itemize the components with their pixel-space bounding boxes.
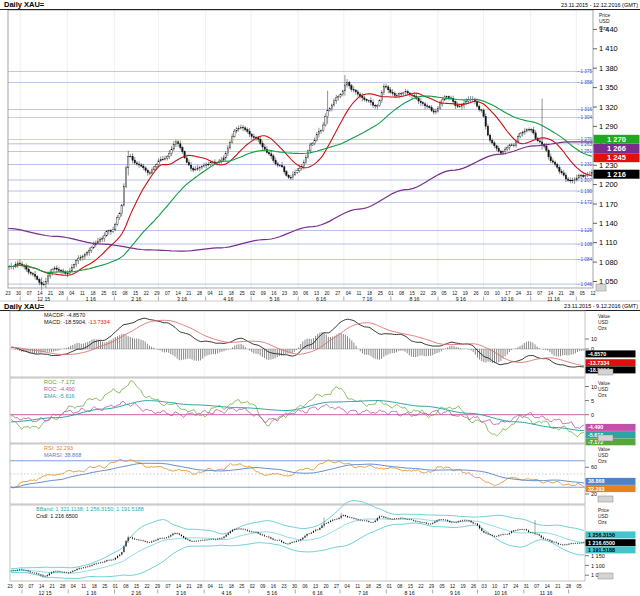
axis-day-label: 28 — [566, 584, 572, 589]
axis-day-label: 18 — [92, 584, 98, 589]
axis-day-label: 08 — [122, 291, 128, 296]
main-chart-plot[interactable] — [8, 10, 593, 288]
axis-day-label: 09 — [260, 584, 266, 589]
macd-label: MACD: -18.5904, -13.7334 — [44, 320, 110, 326]
axis-month-label: 5 16 — [267, 590, 277, 596]
level-label: - 1 263 — [578, 142, 593, 147]
axis-day-label: 21 — [186, 291, 192, 296]
rsi-ma-label: MARSI: 38.868 — [44, 453, 81, 459]
axis-unit-label: Value — [598, 314, 610, 319]
indicator-panel-plot[interactable] — [10, 505, 585, 581]
indicator-value-label: 32.293 — [588, 486, 605, 492]
axis-day-label: 04 — [346, 291, 352, 296]
axis-day-label: 29 — [155, 584, 161, 589]
chart2-title[interactable]: Daily XAU= — [4, 303, 44, 311]
axis-day-label: 28 — [197, 584, 203, 589]
axis-month-label: 7 16 — [362, 296, 372, 302]
axis-month-label: 2 16 — [131, 296, 141, 302]
axis-day-label: 13 — [313, 584, 319, 589]
price-badge-label: 1 245 — [607, 153, 626, 162]
indicator-panel-plot[interactable] — [10, 378, 585, 443]
price-tick-label: 1 170 — [599, 200, 618, 209]
indicator-tick-label: 0 — [591, 412, 594, 418]
axis-day-label: 25 — [239, 291, 245, 296]
chart1-date-range: 23.11.2015 - 12.12.2016 (GMT) — [561, 3, 638, 9]
axis-unit-label: Price — [598, 508, 609, 513]
axis-month-label: 1 16 — [86, 590, 96, 596]
axis-day-label: 30 — [292, 584, 298, 589]
axis-date-box[interactable] — [598, 573, 613, 579]
axis-date-box[interactable] — [598, 369, 613, 375]
level-label: - 1 316 — [578, 107, 593, 112]
axis-day-label: 05 — [580, 291, 586, 296]
level-label: - 1 375 — [578, 69, 593, 74]
axis-day-label: 10 — [495, 291, 501, 296]
axis-day-label: 25 — [239, 584, 245, 589]
axis-date-box[interactable] — [598, 496, 613, 502]
axis-day-label: 16 — [271, 584, 277, 589]
axis-day-label: 07 — [537, 291, 543, 296]
indicator-value-label: -13.7334 — [588, 360, 609, 366]
axis-day-label: 21 — [555, 584, 561, 589]
axis-day-label: 26 — [471, 584, 477, 589]
level-label: - 1 108 — [578, 242, 593, 247]
price-tick-label: 1 380 — [599, 64, 618, 73]
axis-day-label: 18 — [366, 584, 372, 589]
bband-label: BBand: 1 321.1138; 1 256.3150; 1 191.518… — [36, 507, 144, 513]
level-label: - 1 251 — [578, 149, 593, 154]
axis-day-label: 17 — [503, 584, 509, 589]
level-label: - 1 046 — [578, 282, 593, 287]
axis-day-label: 28 — [569, 291, 575, 296]
level-label: - 1 358 — [578, 80, 593, 85]
axis-day-label: 27 — [335, 291, 341, 296]
axis-date-box[interactable] — [598, 435, 613, 441]
axis-unit-label: Price — [599, 12, 611, 18]
axis-month-label: 10 16 — [494, 590, 507, 596]
axis-day-label: 22 — [418, 584, 424, 589]
axis-unit-label: USD — [599, 18, 610, 24]
indicator-panel-plot[interactable] — [10, 444, 585, 504]
price-tick-label: 1 290 — [599, 122, 618, 131]
axis-month-label: 4 16 — [222, 590, 232, 596]
axis-unit-label: USD — [598, 320, 609, 325]
axis-day-label: 06 — [303, 291, 309, 296]
axis-day-label: 02 — [250, 584, 256, 589]
axis-month-label: 4 16 — [223, 296, 233, 302]
axis-day-label: 05 — [439, 584, 445, 589]
axis-day-label: 04 — [208, 291, 214, 296]
axis-month-label: 2 16 — [131, 590, 141, 596]
axis-month-label: 1 16 — [86, 296, 96, 302]
axis-day-label: 22 — [420, 291, 426, 296]
axis-day-label: 28 — [59, 291, 65, 296]
axis-day-label: 23 — [7, 584, 13, 589]
bband-candle-label: Cndl: 1 216.6500 — [36, 514, 78, 520]
axis-day-label: 06 — [302, 584, 308, 589]
roc-slow-label: ROC: -4.490 — [44, 387, 75, 393]
price-tick-label: 1 080 — [599, 258, 618, 267]
axis-day-label: 29 — [154, 291, 160, 296]
axis-month-label: 11 16 — [540, 590, 553, 596]
axis-month-label: 3 16 — [176, 590, 186, 596]
axis-day-label: 23 — [281, 584, 287, 589]
price-tick-label: 1 320 — [599, 103, 618, 112]
axis-unit-label: Ozs — [598, 459, 607, 464]
axis-day-label: 04 — [345, 584, 351, 589]
price-tick-label: 1 110 — [599, 238, 617, 247]
axis-day-label: 08 — [399, 291, 405, 296]
axis-day-label: 19 — [461, 584, 467, 589]
axis-unit-label: Ozs — [598, 520, 607, 525]
chart1-title[interactable]: Daily XAU= — [4, 1, 44, 9]
axis-day-label: 15 — [408, 584, 414, 589]
macd-forest-label: MACDF: -4.8570 — [44, 313, 85, 319]
level-label: - 1 084 — [578, 257, 593, 262]
axis-day-label: 26 — [473, 291, 479, 296]
axis-day-label: 11 — [355, 584, 360, 589]
level-label: - 1 207 — [578, 178, 593, 183]
axis-day-label: 29 — [429, 584, 435, 589]
indicator-value-label: -4.490 — [588, 424, 603, 430]
macd-signal-value-label: -13.7334 — [87, 319, 110, 325]
axis-day-label: 05 — [442, 291, 448, 296]
axis-date-box[interactable] — [596, 284, 606, 291]
axis-day-label: 07 — [27, 291, 33, 296]
axis-day-label: 27 — [334, 584, 340, 589]
